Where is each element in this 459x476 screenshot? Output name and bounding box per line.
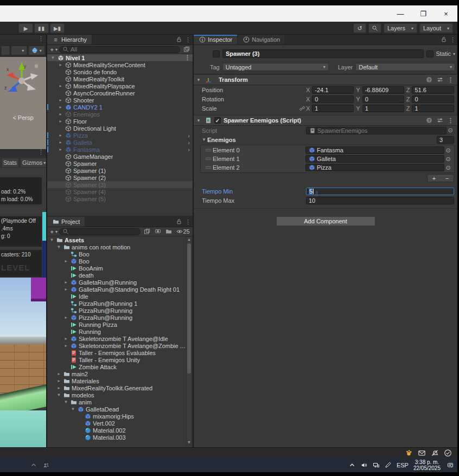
foldout-arrow[interactable]: ▼ [202, 137, 207, 142]
scale-z-field[interactable]: 1 [412, 105, 454, 112]
foldout-arrow[interactable]: ▼ [196, 118, 202, 123]
people-icon[interactable] [42, 462, 49, 468]
hierarchy-row[interactable]: ▸Enemigos [47, 111, 193, 118]
tiempo-min-label[interactable]: Tiempo Min [202, 188, 306, 195]
maximize-button[interactable]: ❐ [412, 5, 435, 22]
expand-arrow[interactable]: ▸ [58, 98, 63, 102]
filter-by-label-icon[interactable] [164, 228, 173, 235]
position-y-field[interactable]: -6.88609 [362, 86, 404, 94]
project-row[interactable]: ▼anims con root motion [47, 243, 186, 250]
hierarchy-row[interactable]: Spawner (3) [47, 181, 193, 188]
scene-orientation-gizmo[interactable]: y x z [2, 61, 40, 98]
project-row[interactable]: Material.002 [47, 427, 186, 434]
scale-x-field[interactable]: 1 [312, 105, 354, 112]
add-element-button[interactable]: + [428, 175, 441, 182]
bell-muted-icon[interactable] [431, 449, 439, 457]
project-row[interactable]: PizzaRun@Running 1 [47, 300, 186, 307]
kebab-icon[interactable]: ⋮ [183, 217, 193, 227]
filter-by-type-icon[interactable] [153, 228, 162, 235]
script-component-header[interactable]: ▼ ✓ Spawner Enemigos (Script) ? ⋮ [194, 115, 457, 126]
expand-arrow[interactable]: ▸ [58, 147, 63, 152]
project-row[interactable]: ▸Boo [47, 258, 186, 265]
expand-arrow[interactable]: ▸ [58, 133, 63, 138]
project-row[interactable]: ▸PizzaRun@Running [47, 314, 186, 321]
tiempo-min-field[interactable]: 5 [306, 188, 454, 195]
kebab-icon[interactable]: ⋮ [184, 54, 190, 61]
project-row[interactable]: ▸GalletaRun@Running [47, 279, 186, 286]
position-x-field[interactable]: -24.1 [312, 86, 354, 94]
pick-window-icon[interactable] [142, 228, 151, 235]
tab-inspector[interactable]: Inspector [194, 35, 238, 44]
kebab-icon[interactable]: ⋮ [447, 76, 455, 83]
kebab-icon[interactable]: ⋮ [38, 149, 44, 156]
position-label[interactable]: Position [202, 87, 298, 93]
prefab-enter-arrow[interactable]: › [188, 132, 190, 139]
array-element-row[interactable]: ==Element 0Fantasma⊙ [201, 146, 454, 155]
array-element-row[interactable]: ==Element 1Galleta⊙ [201, 155, 454, 163]
hierarchy-row[interactable]: ▸Pizza› [47, 132, 193, 139]
project-row[interactable]: ▼Assets [47, 236, 186, 243]
rotation-x-field[interactable]: 0 [312, 95, 354, 103]
undo-history-button[interactable]: ↺ [353, 23, 366, 33]
scale-y-field[interactable]: 1 [362, 105, 404, 112]
kebab-icon[interactable]: ⋮ [183, 35, 193, 44]
hierarchy-row[interactable]: Sonido de fondo [47, 68, 193, 75]
add-component-button[interactable]: Add Component [276, 216, 375, 226]
project-row[interactable]: BooAnim [47, 265, 186, 272]
rotation-z-field[interactable]: 0 [412, 95, 454, 103]
scrollbar-thumb[interactable] [187, 243, 191, 374]
hierarchy-row[interactable]: ▼Nivel 1⋮ [47, 54, 193, 61]
array-element-row[interactable]: ==Element 2Pizza⊙ [201, 163, 454, 172]
notifications-icon[interactable] [445, 462, 455, 468]
mail-icon[interactable] [418, 449, 426, 457]
stats-button[interactable]: Stats [1, 158, 19, 168]
drag-handle-icon[interactable]: == [205, 156, 213, 162]
tab-project[interactable]: Project [47, 217, 85, 227]
presets-icon[interactable] [436, 117, 444, 124]
drag-handle-icon[interactable]: == [205, 147, 213, 153]
position-z-field[interactable]: 51.6 [412, 86, 454, 94]
hierarchy-row[interactable]: AsyncCoroutineRunner [47, 89, 193, 97]
hierarchy-row[interactable]: ▸Floor [47, 118, 193, 125]
lock-icon[interactable] [439, 35, 448, 44]
project-row[interactable]: ▸Materiales [47, 377, 186, 384]
expand-arrow[interactable]: ▸ [58, 140, 63, 145]
gizmos-button[interactable]: Gizmos▾ [20, 158, 46, 168]
foldout-arrow[interactable]: ▼ [196, 78, 202, 82]
constrain-proportions-icon[interactable] [298, 105, 306, 112]
hierarchy-row[interactable]: Spawner (2) [47, 174, 193, 181]
transform-component-header[interactable]: ▼ Transform ? ⋮ [194, 74, 457, 85]
project-row[interactable]: Running [47, 328, 186, 335]
hierarchy-row[interactable]: Spawner (4) [47, 188, 193, 195]
expand-arrow[interactable]: ▸ [58, 119, 63, 124]
expand-arrow[interactable]: ▸ [63, 336, 68, 341]
expand-arrow[interactable]: ▸ [58, 105, 63, 110]
expand-arrow[interactable]: ▸ [63, 315, 68, 320]
static-dropdown-caret[interactable]: ▾ [453, 52, 455, 56]
gizmos-dropdown[interactable]: ▾ [28, 46, 45, 55]
layer-dropdown[interactable]: Default▾ [355, 63, 455, 71]
perspective-label[interactable]: < Persp [0, 114, 46, 121]
project-row[interactable]: PizzaRun@Running [47, 307, 186, 314]
enemigos-foldout-row[interactable]: ▼ Enemigos 3 [194, 135, 457, 144]
scene-visibility-button[interactable] [1, 46, 10, 55]
array-size-field[interactable]: 3 [437, 136, 454, 144]
prefab-enter-arrow[interactable]: › [188, 146, 190, 153]
scroll-down-arrow[interactable]: ▼ [187, 440, 192, 444]
project-row[interactable]: Material.003 [47, 434, 186, 441]
expand-arrow[interactable]: ▼ [50, 55, 55, 60]
project-row[interactable]: ▼GalletaDead [47, 406, 186, 413]
hierarchy-row[interactable]: Directional Light [47, 125, 193, 132]
kebab-icon[interactable]: ⋮ [448, 35, 457, 44]
search-button[interactable] [368, 23, 381, 33]
clock[interactable]: 3:38 p. m. 22/05/2025 [413, 459, 441, 471]
rotation-y-field[interactable]: 0 [362, 95, 404, 103]
tag-dropdown[interactable]: Untagged▾ [222, 63, 329, 71]
tiempo-max-field[interactable]: 10 [306, 197, 454, 204]
project-row[interactable]: ▸main2 [47, 370, 186, 377]
chevron-up-icon[interactable] [30, 462, 37, 468]
language-indicator[interactable]: ESP [397, 462, 409, 468]
hierarchy-row[interactable]: Spawner (1) [47, 167, 193, 174]
project-row[interactable]: Idle [47, 293, 186, 300]
speaker-icon[interactable] [361, 462, 368, 468]
